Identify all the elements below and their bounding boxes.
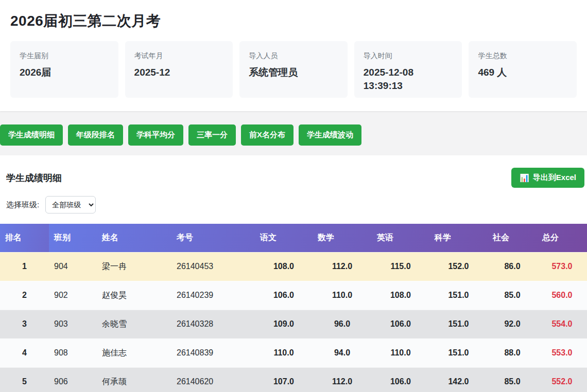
score-table-body: 1 904 梁一冉 26140453 108.0 112.0 115.0 152… [0, 252, 587, 392]
social-score-cell: 85.0 [488, 367, 537, 392]
info-card-importer: 导入人员 系统管理员 [239, 41, 348, 98]
class-cell: 908 [49, 338, 97, 367]
exam-no-cell: 26140239 [171, 281, 255, 310]
bar-chart-icon: 📊 [520, 173, 529, 183]
class-cell: 906 [49, 367, 97, 392]
exam-header-card: 2026届初三第二次月考 学生届别 2026届 考试年月 2025-12 导入人… [0, 0, 587, 111]
chinese-score-cell: 108.0 [255, 252, 313, 281]
info-value: 2025-12 [134, 66, 224, 79]
name-cell: 施佳志 [97, 338, 171, 367]
col-name: 姓名 [97, 224, 171, 252]
tab-three-rates-one-score[interactable]: 三率一分 [188, 124, 236, 146]
exam-no-cell: 26140328 [171, 310, 255, 338]
math-score-cell: 110.0 [313, 281, 372, 310]
chinese-score-cell: 107.0 [255, 367, 313, 392]
class-filter-label: 选择班级: [6, 200, 39, 210]
chinese-score-cell: 109.0 [255, 310, 313, 338]
total-score-cell: 560.0 [537, 281, 587, 310]
math-score-cell: 96.0 [313, 310, 372, 338]
info-label: 学生届别 [20, 51, 109, 61]
table-row: 1 904 梁一冉 26140453 108.0 112.0 115.0 152… [0, 252, 587, 281]
class-cell: 904 [49, 252, 97, 281]
col-social: 社会 [488, 224, 537, 252]
social-score-cell: 85.0 [488, 281, 537, 310]
info-card-student-total: 学生总数 469 人 [469, 41, 577, 98]
col-chinese: 语文 [255, 224, 313, 252]
info-label: 导入时间 [364, 51, 453, 61]
science-score-cell: 151.0 [429, 310, 488, 338]
name-cell: 何承颉 [97, 367, 171, 392]
rank-cell: 1 [0, 252, 49, 281]
info-card-exam-month: 考试年月 2025-12 [125, 41, 233, 98]
english-score-cell: 106.0 [372, 310, 429, 338]
section-title: 学生成绩明细 [6, 172, 62, 184]
chinese-score-cell: 106.0 [255, 281, 313, 310]
info-value: 469 人 [478, 66, 567, 79]
social-score-cell: 92.0 [488, 310, 537, 338]
score-table-header: 排名 班别 姓名 考号 语文 数学 英语 科学 社会 总分 [0, 224, 587, 252]
tab-score-fluctuation[interactable]: 学生成绩波动 [299, 124, 361, 146]
name-cell: 梁一冉 [97, 252, 171, 281]
total-score-cell: 552.0 [537, 367, 587, 392]
col-science: 科学 [429, 224, 488, 252]
english-score-cell: 106.0 [372, 367, 429, 392]
rank-cell: 3 [0, 310, 49, 338]
name-cell: 余晓雪 [97, 310, 171, 338]
chinese-score-cell: 110.0 [255, 338, 313, 367]
col-rank: 排名 [0, 224, 49, 252]
tab-top-x-distribution[interactable]: 前X名分布 [241, 124, 294, 146]
table-row: 5 906 何承颉 26140620 107.0 112.0 106.0 142… [0, 367, 587, 392]
class-select[interactable]: 全部班级 [45, 196, 96, 213]
exam-no-cell: 26140453 [171, 252, 255, 281]
science-score-cell: 142.0 [429, 367, 488, 392]
tab-grade-ranking[interactable]: 年级段排名 [68, 124, 123, 146]
col-english: 英语 [372, 224, 429, 252]
section-head: 学生成绩明细 📊 导出到Excel [0, 168, 587, 188]
english-score-cell: 108.0 [372, 281, 429, 310]
col-class: 班别 [49, 224, 97, 252]
class-filter-row: 选择班级: 全部班级 [0, 196, 587, 213]
social-score-cell: 88.0 [488, 338, 537, 367]
exam-no-cell: 26140839 [171, 338, 255, 367]
english-score-cell: 115.0 [372, 252, 429, 281]
col-exam-no: 考号 [171, 224, 255, 252]
info-value: 系统管理员 [249, 66, 338, 79]
info-value: 2026届 [20, 66, 109, 79]
name-cell: 赵俊昊 [97, 281, 171, 310]
tab-score-detail[interactable]: 学生成绩明细 [0, 124, 63, 146]
info-value: 2025-12-08 13:39:13 [364, 66, 453, 92]
total-score-cell: 573.0 [537, 252, 587, 281]
col-math: 数学 [313, 224, 372, 252]
info-card-row: 学生届别 2026届 考试年月 2025-12 导入人员 系统管理员 导入时间 … [10, 41, 577, 98]
math-score-cell: 94.0 [313, 338, 372, 367]
table-row: 3 903 余晓雪 26140328 109.0 96.0 106.0 151.… [0, 310, 587, 338]
rank-cell: 4 [0, 338, 49, 367]
score-table: 排名 班别 姓名 考号 语文 数学 英语 科学 社会 总分 1 904 梁一冉 … [0, 224, 587, 392]
science-score-cell: 152.0 [429, 252, 488, 281]
score-detail-panel: 学生成绩明细 📊 导出到Excel 选择班级: 全部班级 排名 班别 姓名 考号… [0, 155, 587, 392]
page-title: 2026届初三第二次月考 [10, 11, 577, 31]
info-card-student-cohort: 学生届别 2026届 [10, 41, 118, 98]
export-excel-button[interactable]: 📊 导出到Excel [511, 168, 584, 188]
science-score-cell: 151.0 [429, 338, 488, 367]
col-total: 总分 [537, 224, 587, 252]
header-row: 排名 班别 姓名 考号 语文 数学 英语 科学 社会 总分 [0, 224, 587, 252]
math-score-cell: 112.0 [313, 367, 372, 392]
social-score-cell: 86.0 [488, 252, 537, 281]
info-label: 学生总数 [478, 51, 567, 61]
export-excel-label: 导出到Excel [533, 173, 576, 183]
total-score-cell: 553.0 [537, 338, 587, 367]
exam-no-cell: 26140620 [171, 367, 255, 392]
total-score-cell: 554.0 [537, 310, 587, 338]
class-cell: 902 [49, 281, 97, 310]
science-score-cell: 151.0 [429, 281, 488, 310]
info-card-import-time: 导入时间 2025-12-08 13:39:13 [354, 41, 462, 98]
english-score-cell: 110.0 [372, 338, 429, 367]
tab-subject-average[interactable]: 学科平均分 [128, 124, 183, 146]
class-cell: 903 [49, 310, 97, 338]
info-label: 考试年月 [134, 51, 224, 61]
rank-cell: 5 [0, 367, 49, 392]
table-row: 2 902 赵俊昊 26140239 106.0 110.0 108.0 151… [0, 281, 587, 310]
tab-bar: 学生成绩明细 年级段排名 学科平均分 三率一分 前X名分布 学生成绩波动 [0, 124, 587, 146]
rank-cell: 2 [0, 281, 49, 310]
